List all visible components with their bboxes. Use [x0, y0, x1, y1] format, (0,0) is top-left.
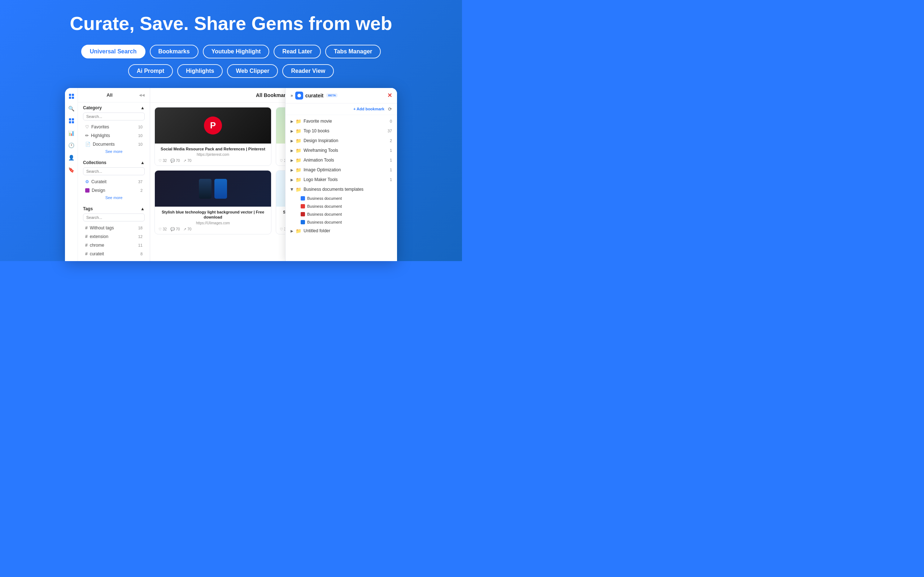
business-doc-0[interactable]: Business document [286, 194, 397, 202]
sidebar-curateit[interactable]: ⚙ Curateit 37 [83, 177, 145, 186]
collections-see-more[interactable]: See more [83, 195, 145, 200]
clock-icon[interactable]: 🕐 [67, 141, 76, 150]
folder-favorite-movie[interactable]: ▶ 📁 Favorite movie 0 [286, 116, 397, 126]
logo-icon [67, 92, 76, 101]
folder-untitled[interactable]: ▶ 📁 Untitled folder [286, 226, 397, 236]
folder-count-1: 37 [388, 129, 392, 133]
curateit-left: ⚙ Curateit [85, 179, 107, 184]
user-icon[interactable]: 👤 [67, 153, 76, 162]
doc-dot-2 [300, 212, 305, 216]
tags-header[interactable]: Tags ▲ [83, 206, 145, 211]
sidebar-extension-tag[interactable]: # extension 12 [83, 232, 145, 241]
design-left: Design [85, 188, 105, 193]
category-see-more[interactable]: See more [83, 148, 145, 154]
hash-icon-2: # [85, 234, 88, 239]
bookmark-card-2[interactable]: Stylish blue technology light background… [155, 170, 271, 234]
highlight-icon: ✏ [85, 133, 89, 138]
folder-left-0: ▶ 📁 Favorite movie [291, 119, 332, 124]
pill-universal-search[interactable]: Universal Search [81, 45, 145, 58]
svg-rect-7 [72, 121, 74, 123]
chrome-label: chrome [90, 243, 104, 248]
expand-icon-3: ▶ [291, 148, 294, 153]
bookmark-url-2: https://UIimages.com [158, 221, 267, 225]
category-header[interactable]: Category ▲ [83, 105, 145, 110]
pill-reader-view[interactable]: Reader View [282, 64, 334, 78]
sidebar-highlights[interactable]: ✏ Highlights 10 [83, 131, 145, 140]
beta-badge: BETA [326, 93, 338, 97]
sidebar-without-tags[interactable]: # Without tags 18 [83, 224, 145, 232]
collections-header[interactable]: Collections ▲ [83, 160, 145, 165]
svg-rect-6 [69, 121, 71, 123]
tags-search[interactable] [83, 213, 145, 221]
business-doc-2[interactable]: Business document [286, 210, 397, 218]
folder-icon-4: 📁 [296, 158, 301, 163]
category-search[interactable] [83, 113, 145, 121]
sidebar-design[interactable]: Design 2 [83, 186, 145, 195]
grid-icon[interactable] [67, 116, 76, 126]
refresh-icon[interactable]: ⟳ [388, 106, 392, 112]
curateit-icon: ⚙ [85, 179, 89, 184]
folder-count-5: 1 [390, 168, 392, 172]
collections-collapse-icon: ▲ [141, 160, 145, 165]
business-doc-label-2: Business document [307, 212, 342, 216]
overlay-panel: » curateit BETA ✕ + Add bookmark ⟳ [285, 88, 397, 261]
favorites-left: ♡ Favorites [85, 124, 109, 129]
curateit-tag-count: 8 [141, 252, 142, 256]
design-color-block [85, 188, 89, 193]
favorites-count: 10 [138, 125, 142, 129]
expand-icon-4: ▶ [291, 158, 294, 162]
document-icon: 📄 [85, 142, 90, 147]
pill-web-clipper[interactable]: Web Clipper [227, 64, 278, 78]
folder-business-docs[interactable]: ▶ 📁 Business documents templates [286, 185, 397, 194]
business-doc-1[interactable]: Business document [286, 202, 397, 210]
hero-section: Curate, Save. Share Gems from web Univer… [0, 0, 462, 261]
folder-design-inspiration[interactable]: ▶ 📁 Design Inspiration 2 [286, 136, 397, 146]
sidebar-documents[interactable]: 📄 Documents 10 [83, 140, 145, 148]
bookmark-left-icon[interactable]: 🔖 [67, 165, 76, 174]
bookmark-card-0[interactable]: P Social Media Resource Pack and Referen… [155, 107, 271, 166]
add-bookmark-button[interactable]: + Add bookmark [353, 107, 384, 111]
chart-icon[interactable]: 📊 [67, 128, 76, 138]
pill-ai-prompt[interactable]: Ai Prompt [128, 64, 173, 78]
documents-count: 10 [138, 142, 142, 147]
extension-label: extension [90, 234, 108, 239]
app-container: 🔍 📊 🕐 👤 🔖 All ◀◀ [7, 88, 455, 261]
highlights-label: Highlights [91, 133, 110, 138]
pill-youtube-highlight[interactable]: Youtube Highlight [203, 45, 270, 58]
close-button[interactable]: ✕ [387, 92, 392, 99]
business-doc-3[interactable]: Business document [286, 218, 397, 226]
folder-label-5: Image Optimization [304, 167, 341, 172]
folder-top10-books[interactable]: ▶ 📁 Top 10 books 37 [286, 126, 397, 136]
extension-left: # extension [85, 234, 108, 239]
bookmark-actions-0: ♡ 32 💬 70 ↗ 70 [158, 159, 267, 163]
documents-label: Documents [93, 142, 115, 147]
folder-wireframing[interactable]: ▶ 📁 Wireframing Tools 1 [286, 146, 397, 155]
sidebar: All ◀◀ Category ▲ ♡ Favorites 10 [78, 88, 150, 261]
sidebar-chrome-tag[interactable]: # chrome 11 [83, 241, 145, 250]
sidebar-favorites[interactable]: ♡ Favorites 10 [83, 122, 145, 131]
folder-left-3: ▶ 📁 Wireframing Tools [291, 148, 338, 153]
folder-label-1: Top 10 books [304, 128, 329, 134]
pill-read-later[interactable]: Read Later [274, 45, 321, 58]
overlay-header: » curateit BETA ✕ [286, 88, 397, 103]
sidebar-curateit-tag[interactable]: # curateit 8 [83, 250, 145, 258]
folder-label-3: Wireframing Tools [304, 148, 338, 153]
bookmark-info-0: Social Media Resource Pack and Reference… [155, 143, 271, 166]
folder-animation[interactable]: ▶ 📁 Animation Tools 1 [286, 155, 397, 165]
comments-0: 💬 70 [170, 159, 180, 163]
folder-image-optimization[interactable]: ▶ 📁 Image Optimization 1 [286, 165, 397, 175]
folder-left-6: ▶ 📁 Logo Maker Tools [291, 177, 338, 182]
extension-count: 12 [138, 234, 142, 239]
expand-icon-5: ▶ [291, 168, 294, 172]
left-icon-bar: 🔍 📊 🕐 👤 🔖 [65, 88, 78, 261]
heart-icon: ♡ [85, 124, 89, 129]
curateit-count: 37 [138, 180, 142, 184]
collapse-icon[interactable]: ◀◀ [139, 93, 145, 97]
search-sidebar-icon[interactable]: 🔍 [67, 104, 76, 113]
pill-tabs-manager[interactable]: Tabs Manager [325, 45, 381, 58]
pill-bookmarks[interactable]: Bookmarks [150, 45, 199, 58]
pill-highlights[interactable]: Highlights [177, 64, 223, 78]
collections-search[interactable] [83, 167, 145, 175]
all-label[interactable]: All [83, 92, 136, 98]
folder-logo-maker[interactable]: ▶ 📁 Logo Maker Tools 1 [286, 175, 397, 185]
